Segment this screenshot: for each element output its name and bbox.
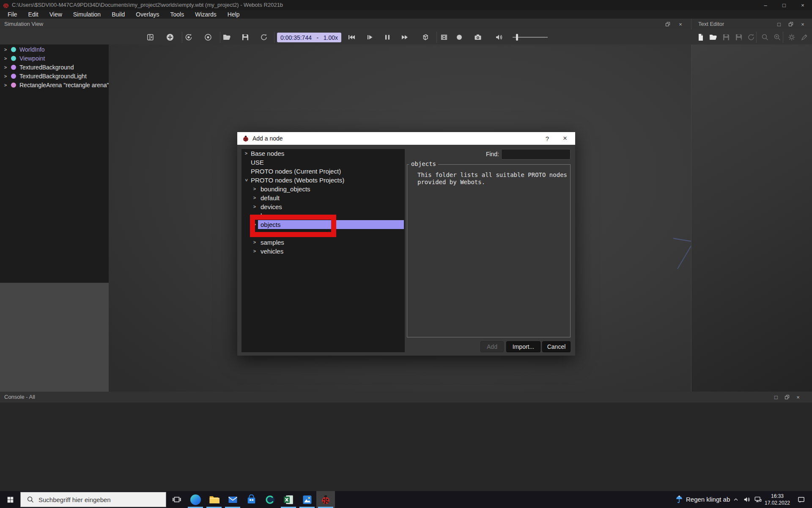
chevron-right-icon[interactable]: > bbox=[252, 238, 257, 247]
add-button[interactable]: Add bbox=[480, 341, 504, 352]
tray-clock[interactable]: 16:33 17.02.2022 bbox=[760, 493, 795, 506]
edit-pen-icon[interactable] bbox=[798, 33, 810, 42]
chevron-right-icon[interactable]: > bbox=[3, 45, 8, 54]
dialog-tree-item-devices[interactable]: > devices bbox=[241, 202, 405, 211]
dialog-tree-item-base-nodes[interactable]: > Base nodes bbox=[241, 149, 405, 158]
menu-view[interactable]: View bbox=[44, 10, 68, 19]
find-icon[interactable] bbox=[759, 33, 771, 42]
dialog-tree-item-samples[interactable]: > samples bbox=[241, 238, 405, 247]
dialog-close-button[interactable]: × bbox=[559, 132, 571, 145]
console-output[interactable] bbox=[0, 403, 812, 491]
scene-tree-item-rectanglearena[interactable]: > RectangleArena "rectangle arena" bbox=[0, 81, 109, 90]
simulation-view-close-button[interactable]: × bbox=[675, 19, 686, 29]
scene-tree-item-worldinfo[interactable]: > WorldInfo bbox=[0, 45, 109, 54]
open-file-icon[interactable] bbox=[707, 33, 719, 42]
tray-chevron-up-icon[interactable] bbox=[731, 494, 741, 505]
scene-tree-item-viewpoint[interactable]: > Viewpoint bbox=[0, 54, 109, 63]
console-float-button[interactable] bbox=[782, 392, 793, 402]
screenshot-icon[interactable] bbox=[472, 33, 484, 42]
console-close-button[interactable]: × bbox=[793, 392, 804, 402]
taskbar-app-file-explorer[interactable] bbox=[205, 491, 223, 508]
chevron-right-icon[interactable]: > bbox=[252, 202, 257, 211]
pause-icon[interactable] bbox=[381, 33, 393, 42]
hide-scene-tree-icon[interactable] bbox=[145, 33, 156, 42]
weather-icon[interactable] bbox=[674, 494, 684, 505]
chevron-right-icon[interactable]: > bbox=[3, 72, 8, 81]
window-maximize-button[interactable]: □ bbox=[775, 0, 793, 10]
dialog-tree-item-bounding-objects[interactable]: > bounding_objects bbox=[241, 185, 405, 193]
import-button[interactable]: Import... bbox=[506, 341, 540, 352]
dialog-tree-item-vehicles[interactable]: > vehicles bbox=[241, 247, 405, 256]
window-minimize-button[interactable]: – bbox=[756, 0, 775, 10]
dialog-help-button[interactable]: ? bbox=[541, 132, 554, 145]
taskbar-app-webots-active[interactable] bbox=[316, 491, 335, 508]
start-button[interactable] bbox=[0, 491, 20, 508]
chevron-right-icon[interactable]: > bbox=[252, 193, 257, 202]
menu-wizards[interactable]: Wizards bbox=[189, 10, 222, 19]
chevron-right-icon[interactable]: > bbox=[3, 54, 8, 63]
taskbar-app-excel[interactable] bbox=[279, 491, 298, 508]
task-view-button[interactable] bbox=[167, 491, 186, 508]
action-center-icon[interactable] bbox=[796, 494, 806, 505]
chevron-down-icon[interactable]: > bbox=[242, 178, 251, 182]
dialog-tree-item-use[interactable]: USE bbox=[241, 158, 405, 167]
find-input[interactable] bbox=[501, 149, 571, 160]
menu-tools[interactable]: Tools bbox=[165, 10, 190, 19]
record-icon[interactable] bbox=[453, 33, 465, 42]
search-input[interactable] bbox=[38, 496, 153, 503]
fast-forward-icon[interactable] bbox=[399, 33, 411, 42]
taskbar-app-store[interactable] bbox=[242, 491, 261, 508]
text-editor-float-button[interactable] bbox=[785, 19, 796, 29]
chevron-right-icon[interactable]: > bbox=[3, 81, 8, 90]
chevron-right-icon[interactable]: > bbox=[252, 247, 257, 256]
menu-simulation[interactable]: Simulation bbox=[68, 10, 106, 19]
taskbar-app-edge[interactable] bbox=[186, 491, 205, 508]
find-replace-icon[interactable] bbox=[771, 33, 783, 42]
menu-help[interactable]: Help bbox=[222, 10, 245, 19]
new-file-icon[interactable] bbox=[695, 33, 707, 42]
taskbar-search-box[interactable] bbox=[20, 492, 166, 507]
center-view-icon[interactable] bbox=[202, 33, 214, 42]
text-editor-close-button[interactable]: × bbox=[797, 19, 808, 29]
step-icon[interactable] bbox=[364, 33, 376, 42]
simulation-view-float-button[interactable] bbox=[662, 19, 673, 29]
chevron-right-icon[interactable]: > bbox=[252, 185, 257, 193]
window-close-button[interactable]: × bbox=[793, 0, 812, 10]
save-as-file-icon[interactable] bbox=[733, 33, 745, 42]
volume-slider-handle[interactable] bbox=[516, 34, 518, 41]
menu-edit[interactable]: Edit bbox=[23, 10, 44, 19]
dialog-tree-item-proto-webots-projects[interactable]: > PROTO nodes (Webots Projects) bbox=[241, 176, 405, 185]
cancel-button[interactable]: Cancel bbox=[542, 341, 571, 352]
dialog-tree-item-default[interactable]: > default bbox=[241, 193, 405, 202]
preferences-gear-icon[interactable] bbox=[786, 33, 798, 42]
menu-overlays[interactable]: Overlays bbox=[130, 10, 165, 19]
scene-tree-item-texturedbackground[interactable]: > TexturedBackground bbox=[0, 63, 109, 72]
chevron-right-icon[interactable]: > bbox=[244, 149, 248, 158]
save-world-icon[interactable] bbox=[239, 33, 251, 42]
dialog-titlebar[interactable]: Add a node ? × bbox=[237, 132, 575, 145]
add-node-icon[interactable] bbox=[164, 33, 176, 42]
menu-file[interactable]: File bbox=[2, 10, 23, 19]
sound-icon[interactable] bbox=[493, 33, 505, 42]
taskbar-app-circular[interactable] bbox=[261, 491, 279, 508]
weather-status-text[interactable]: Regen klingt ab bbox=[686, 496, 730, 503]
menu-build[interactable]: Build bbox=[106, 10, 130, 19]
dialog-tree-item-proto-current-project[interactable]: PROTO nodes (Current Project) bbox=[241, 167, 405, 176]
text-editor-content[interactable] bbox=[691, 44, 812, 392]
open-world-icon[interactable] bbox=[221, 33, 233, 42]
run-3d-icon[interactable] bbox=[420, 33, 431, 42]
movie-icon[interactable] bbox=[438, 33, 450, 42]
chevron-right-icon[interactable]: > bbox=[3, 63, 8, 72]
tray-volume-icon[interactable] bbox=[742, 494, 752, 505]
restore-viewpoint-icon[interactable] bbox=[183, 33, 195, 42]
save-file-icon[interactable] bbox=[720, 33, 732, 42]
text-editor-maximize-button[interactable]: □ bbox=[774, 19, 785, 29]
toolbar-separator bbox=[182, 32, 182, 43]
taskbar-app-photos[interactable] bbox=[298, 491, 316, 508]
rewind-icon[interactable] bbox=[346, 33, 357, 42]
reload-world-icon[interactable] bbox=[258, 33, 270, 42]
console-maximize-button[interactable]: □ bbox=[771, 392, 782, 402]
taskbar-app-mail[interactable] bbox=[223, 491, 242, 508]
revert-file-icon[interactable] bbox=[745, 33, 757, 42]
scene-tree-item-texturedbackgroundlight[interactable]: > TexturedBackgroundLight bbox=[0, 72, 109, 81]
